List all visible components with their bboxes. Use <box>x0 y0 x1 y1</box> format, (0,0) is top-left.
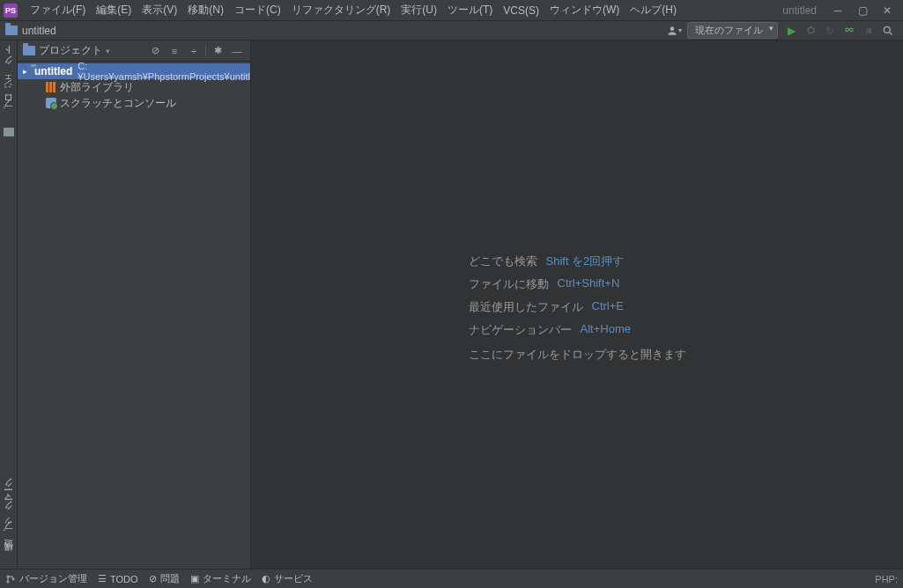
editor-area[interactable]: どこでも検索Shift を2回押す ファイルに移動Ctrl+Shift+N 最近… <box>251 40 903 569</box>
branch-icon <box>5 574 16 584</box>
bookmarks-tool-tab[interactable]: ブックマーク <box>0 478 17 545</box>
structure-tool-tab[interactable]: 構 造 <box>0 552 17 565</box>
scratch-icon <box>46 98 56 108</box>
menu-edit[interactable]: 編集(E) <box>91 1 137 19</box>
project-panel-header: プロジェクト ▾ ⊘ ≡ ÷ ✱ — <box>18 40 250 62</box>
window-title: untitled <box>782 4 817 17</box>
tree-item-label: スクラッチとコンソール <box>60 96 176 111</box>
hint-shortcut: Ctrl+E <box>592 299 624 315</box>
hint-shortcut: Alt+Home <box>581 322 631 338</box>
hint-shortcut: Ctrl+Shift+N <box>558 276 620 292</box>
menubar: PS ファイル(F) 編集(E) 表示(V) 移動(N) コード(C) リファク… <box>0 0 903 21</box>
project-tree[interactable]: ▸ untitled C:¥Users¥yamsh¥PhpstormProjec… <box>18 62 250 569</box>
hint-label: ナビゲーションバー <box>469 322 572 338</box>
svg-point-10 <box>7 581 9 583</box>
svg-point-7 <box>884 26 890 33</box>
svg-point-9 <box>7 576 9 577</box>
menu-code[interactable]: コード(C) <box>229 1 286 19</box>
status-terminal[interactable]: ▣ ターミナル <box>190 572 251 585</box>
project-panel-title: プロジェクト <box>39 43 102 58</box>
library-icon <box>46 82 56 92</box>
main-area: プロジェクト ブックマーク 構 造 プロジェクト ▾ ⊘ ≡ ÷ ✱ — ▸ u… <box>0 40 903 569</box>
tree-root-name: untitled <box>34 65 72 77</box>
project-panel-icon <box>23 46 35 55</box>
svg-point-0 <box>670 26 675 31</box>
chevron-right-icon[interactable]: ▸ <box>23 67 27 76</box>
maximize-button[interactable]: ▢ <box>850 2 875 19</box>
status-problems[interactable]: ⊘ 問題 <box>149 572 180 585</box>
search-button[interactable] <box>878 22 898 40</box>
left-tool-strip: プロジェクト ブックマーク 構 造 <box>0 40 18 569</box>
run-config-selector[interactable]: 現在のファイル <box>687 22 778 39</box>
run-with-coverage-button[interactable]: ↻ <box>820 22 840 40</box>
todo-icon: ☰ <box>98 573 107 584</box>
hint-label: ファイルに移動 <box>469 276 549 292</box>
stop-button[interactable]: ■ <box>859 22 878 40</box>
menu-window[interactable]: ウィンドウ(W) <box>544 1 625 19</box>
tree-scratches[interactable]: スクラッチとコンソール <box>18 95 250 111</box>
project-folder-icon <box>5 26 18 35</box>
collapse-all-icon[interactable]: ÷ <box>186 43 202 59</box>
menu-navigate[interactable]: 移動(N) <box>182 1 229 19</box>
run-button[interactable]: ▶ <box>781 22 801 40</box>
statusbar: バージョン管理 ☰ TODO ⊘ 問題 ▣ ターミナル ◐ サービス PHP: <box>0 569 903 588</box>
svg-point-6 <box>850 28 854 31</box>
svg-point-5 <box>846 28 849 31</box>
project-panel: プロジェクト ▾ ⊘ ≡ ÷ ✱ — ▸ untitled C:¥Users¥y… <box>18 40 251 569</box>
status-services[interactable]: ◐ サービス <box>262 572 313 585</box>
minimize-button[interactable]: ─ <box>825 2 850 19</box>
tree-item-label: 外部ライブラリ <box>60 80 134 95</box>
svg-point-11 <box>12 578 14 580</box>
svg-line-8 <box>890 32 892 34</box>
debug-button[interactable] <box>801 22 820 40</box>
hint-label: どこでも検索 <box>469 254 537 269</box>
hint-label: 最近使用したファイル <box>469 299 583 315</box>
menu-file[interactable]: ファイル(F) <box>25 1 91 19</box>
menu-view[interactable]: 表示(V) <box>137 1 182 19</box>
select-opened-file-icon[interactable]: ⊘ <box>147 43 163 59</box>
code-with-me-icon[interactable] <box>840 22 859 40</box>
menu-tools[interactable]: ツール(T) <box>442 1 498 19</box>
svg-point-1 <box>808 27 814 33</box>
menu-help[interactable]: ヘルプ(H) <box>625 1 682 19</box>
drop-hint: ここにファイルをドロップすると開きます <box>469 347 686 363</box>
status-vcs[interactable]: バージョン管理 <box>5 572 87 585</box>
menu-vcs[interactable]: VCS(S) <box>498 3 544 18</box>
welcome-hints: どこでも検索Shift を2回押す ファイルに移動Ctrl+Shift+N 最近… <box>469 246 686 363</box>
panel-settings-icon[interactable]: ✱ <box>210 43 226 59</box>
menu-refactor[interactable]: リファクタリング(R) <box>286 1 396 19</box>
services-icon: ◐ <box>262 573 270 584</box>
hint-shortcut: Shift を2回押す <box>546 254 625 269</box>
problems-icon: ⊘ <box>149 573 157 584</box>
status-todo[interactable]: ☰ TODO <box>98 573 138 584</box>
close-button[interactable]: ✕ <box>875 2 899 19</box>
tree-root-item[interactable]: ▸ untitled C:¥Users¥yamsh¥PhpstormProjec… <box>18 63 250 79</box>
project-tool-tab[interactable]: プロジェクト <box>0 44 17 122</box>
expand-all-icon[interactable]: ≡ <box>167 43 182 59</box>
menu-run[interactable]: 実行(U) <box>396 1 442 19</box>
hide-panel-icon[interactable]: — <box>229 43 245 59</box>
breadcrumb[interactable]: untitled <box>22 25 56 37</box>
app-icon: PS <box>4 4 18 18</box>
user-icon[interactable]: ▾ <box>664 22 684 40</box>
status-language[interactable]: PHP: <box>875 574 898 584</box>
terminal-icon: ▣ <box>190 573 199 584</box>
folder-gutter-icon[interactable] <box>3 126 15 138</box>
navbar: untitled ▾ 現在のファイル ▶ ↻ ■ <box>0 21 903 40</box>
